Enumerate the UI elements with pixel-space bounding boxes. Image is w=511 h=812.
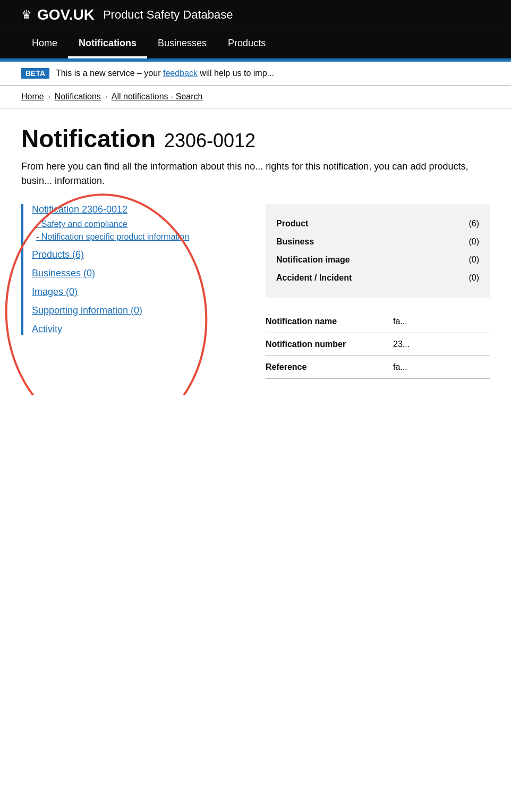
summary-label-notification-image: Notification image — [276, 255, 350, 265]
content-layout: Notification 2306-0012 - Safety and comp… — [21, 204, 490, 379]
detail-value-name: fa... — [393, 310, 490, 333]
nav-link-notifications[interactable]: Notifications — [68, 30, 147, 58]
nav-link-businesses[interactable]: Businesses — [147, 30, 217, 56]
summary-row-business: Business (0) — [276, 233, 479, 251]
gov-uk-text: GOV.UK — [37, 6, 95, 23]
summary-label-business: Business — [276, 237, 314, 247]
sub-prefix-1: - — [36, 219, 41, 229]
sidebar-link-activity[interactable]: Activity — [32, 324, 244, 335]
detail-table: Notification name fa... Notification num… — [266, 310, 490, 379]
site-title: Product Safety Database — [103, 8, 233, 22]
nav-item-businesses[interactable]: Businesses — [147, 30, 217, 58]
summary-box: Product (6) Business (0) Notification im… — [266, 204, 490, 298]
sidebar-sub-link-safety[interactable]: - Safety and compliance — [32, 219, 244, 229]
header: ♛ GOV.UK Product Safety Database — [0, 0, 511, 30]
table-row: Notification name fa... — [266, 310, 490, 333]
summary-row-accident: Accident / Incident (0) — [276, 269, 479, 287]
breadcrumb-search[interactable]: All notifications - Search — [112, 92, 203, 102]
detail-key-number: Notification number — [266, 333, 393, 356]
summary-value-product: (6) — [469, 219, 479, 229]
table-row: Reference fa... — [266, 356, 490, 379]
detail-key-name: Notification name — [266, 310, 393, 333]
nav-link-home[interactable]: Home — [21, 30, 68, 56]
sub-prefix-2: - — [36, 232, 41, 241]
summary-value-notification-image: (0) — [469, 255, 479, 265]
detail-value-reference: fa... — [393, 356, 490, 379]
sidebar-link-businesses[interactable]: Businesses (0) — [32, 268, 244, 279]
nav-item-home[interactable]: Home — [21, 30, 68, 58]
sidebar-link-supporting-info[interactable]: Supporting information (0) — [32, 305, 244, 316]
table-row: Notification number 23... — [266, 333, 490, 356]
sidebar-nav: Notification 2306-0012 - Safety and comp… — [21, 204, 244, 379]
summary-row-notification-image: Notification image (0) — [276, 251, 479, 269]
summary-value-business: (0) — [469, 237, 479, 247]
beta-banner: BETA This is a new service – your feedba… — [0, 62, 511, 86]
notification-id-heading: 2306-0012 — [164, 130, 255, 152]
detail-key-reference: Reference — [266, 356, 393, 379]
page-description: From here you can find all the informati… — [21, 159, 490, 188]
breadcrumb-home[interactable]: Home — [21, 92, 44, 102]
main-content: Notification 2306-0012 From here you can… — [0, 108, 511, 395]
sidebar-link-images[interactable]: Images (0) — [32, 286, 244, 298]
feedback-link[interactable]: feedback — [163, 69, 198, 78]
summary-row-product: Product (6) — [276, 215, 479, 233]
beta-text: This is a new service – your feedback wi… — [56, 69, 274, 78]
detail-value-number: 23... — [393, 333, 490, 356]
sidebar-sub-link-product-info[interactable]: - Notification specific product informat… — [32, 232, 244, 242]
breadcrumb: Home › Notifications › All notifications… — [0, 86, 511, 108]
sidebar-nav-inner: Notification 2306-0012 - Safety and comp… — [21, 204, 244, 335]
crown-icon: ♛ — [21, 8, 32, 22]
sidebar-main-link[interactable]: Notification 2306-0012 — [32, 204, 244, 215]
breadcrumb-sep-1: › — [48, 93, 50, 100]
sidebar-link-products[interactable]: Products (6) — [32, 249, 244, 260]
breadcrumb-notifications[interactable]: Notifications — [55, 92, 101, 102]
page-title-area: Notification 2306-0012 From here you can… — [21, 124, 490, 188]
main-nav: Home Notifications Businesses Products — [0, 30, 511, 58]
nav-link-products[interactable]: Products — [217, 30, 276, 56]
gov-logo: ♛ GOV.UK — [21, 6, 95, 23]
breadcrumb-sep-2: › — [105, 93, 107, 100]
summary-label-accident: Accident / Incident — [276, 273, 352, 283]
nav-item-notifications[interactable]: Notifications — [68, 30, 147, 58]
summary-label-product: Product — [276, 219, 308, 229]
nav-item-products[interactable]: Products — [217, 30, 276, 58]
right-panel: Product (6) Business (0) Notification im… — [266, 204, 490, 379]
beta-tag: BETA — [21, 68, 49, 79]
summary-value-accident: (0) — [469, 273, 479, 283]
page-title: Notification 2306-0012 — [21, 124, 490, 153]
